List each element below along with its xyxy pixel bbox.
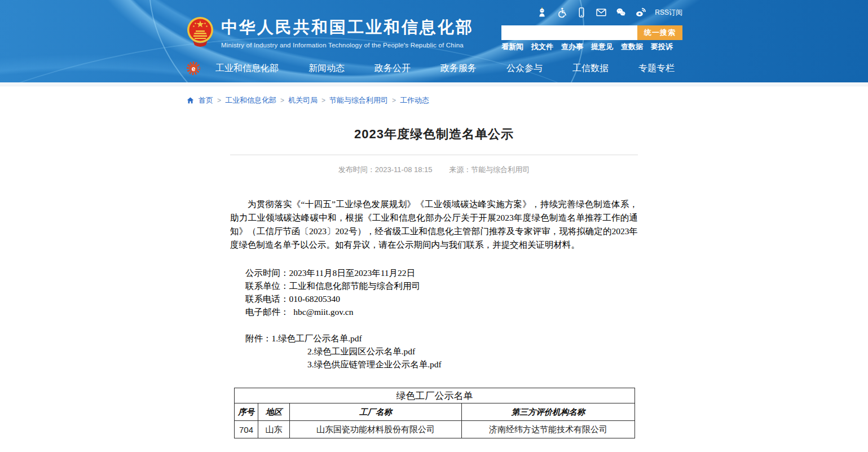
- breadcrumb-energy-conservation-dept[interactable]: 节能与综合利用司: [329, 95, 388, 106]
- title-divider: [230, 155, 638, 155]
- breadcrumb-home[interactable]: 首页: [199, 95, 213, 106]
- breadcrumb-work-updates[interactable]: 工作动态: [400, 95, 429, 106]
- breadcrumb-separator: >: [280, 96, 284, 104]
- svg-text:e: e: [192, 65, 196, 73]
- contact-info-block: 公示时间：2023年11月8日至2023年11月22日 联系单位：工业和信息化部…: [230, 266, 638, 318]
- article-body: 为贯彻落实《“十四五”工业绿色发展规划》《工业领域碳达峰实施方案》，持续完善绿色…: [230, 198, 638, 438]
- attachment-link-green-factory[interactable]: 1.绿色工厂公示名单.pdf: [272, 333, 362, 343]
- nav-item-special-topics[interactable]: 专题专栏: [638, 63, 675, 74]
- wechat-icon[interactable]: [615, 7, 627, 18]
- col-header-index: 序号: [235, 403, 258, 421]
- col-header-region: 地区: [258, 403, 290, 421]
- topbar: RSS订阅: [536, 7, 682, 18]
- article-meta: 发布时间：2023-11-08 18:15 来源：节能与综合利用司: [230, 165, 638, 175]
- header-divider: [0, 82, 868, 86]
- nav-item-news[interactable]: 新闻动态: [309, 63, 345, 74]
- cell-factory-name: 山东国瓷功能材料股份有限公司: [290, 421, 462, 438]
- miit-e-gear-icon: e: [186, 61, 201, 76]
- quick-link-feedback[interactable]: 提意见: [591, 42, 613, 52]
- table-title: 绿色工厂公示名单: [235, 388, 635, 403]
- search-bar: 统一搜索: [501, 25, 682, 40]
- site-title: 中华人民共和国工业和信息化部: [221, 16, 474, 39]
- article-title: 2023年度绿色制造名单公示: [230, 126, 638, 143]
- contact-unit-line: 联系单位：工业和信息化部节能与综合利用司: [245, 279, 638, 292]
- attachments-block: 附件：1.绿色工厂公示名单.pdf 2.绿色工业园区公示名单.pdf 3.绿色供…: [230, 332, 638, 371]
- weibo-icon[interactable]: [635, 7, 646, 18]
- cell-index: 704: [235, 421, 258, 438]
- nav-item-industry-data[interactable]: 工信数据: [572, 63, 609, 74]
- article-paragraph: 为贯彻落实《“十四五”工业绿色发展规划》《工业领域碳达峰实施方案》，持续完善绿色…: [230, 198, 638, 252]
- quick-link-documents[interactable]: 找文件: [531, 42, 553, 52]
- breadcrumb-separator: >: [217, 96, 221, 104]
- site-logo[interactable]: 中华人民共和国工业和信息化部 Ministry of Industry and …: [186, 16, 474, 49]
- breadcrumb-separator: >: [321, 96, 325, 104]
- nav-item-miit[interactable]: 工业和信息化部: [215, 63, 279, 74]
- nav-item-public-participation[interactable]: 公众参与: [506, 63, 543, 74]
- rss-subscribe-link[interactable]: RSS订阅: [655, 8, 682, 17]
- quick-link-complaints[interactable]: 要投诉: [651, 42, 673, 52]
- attachments-label: 附件：: [245, 333, 272, 343]
- green-factory-table: 绿色工厂公示名单 序号 地区 工厂名称 第三方评价机构名称 704 山东 山东国…: [234, 388, 635, 438]
- mail-icon[interactable]: [596, 7, 607, 18]
- nav-item-gov-services[interactable]: 政务服务: [440, 63, 477, 74]
- mobile-icon[interactable]: [576, 7, 587, 18]
- accessibility-icon[interactable]: [556, 7, 567, 18]
- national-emblem-icon: [186, 16, 214, 49]
- quick-link-services[interactable]: 查办事: [561, 42, 583, 52]
- table-header-row: 序号 地区 工厂名称 第三方评价机构名称: [235, 403, 635, 421]
- article-source: 来源：节能与综合利用司: [449, 165, 530, 174]
- cell-third-party-agency: 济南经纬方达节能技术有限公司: [462, 421, 635, 438]
- quick-links: 看新闻 找文件 查办事 提意见 查数据 要投诉: [501, 42, 673, 52]
- breadcrumb-departments[interactable]: 机关司局: [288, 95, 318, 106]
- col-header-third-party-agency: 第三方评价机构名称: [462, 403, 635, 421]
- attachment-link-green-industrial-park[interactable]: 2.绿色工业园区公示名单.pdf: [307, 346, 415, 356]
- col-header-factory-name: 工厂名称: [290, 403, 462, 421]
- search-input[interactable]: [501, 25, 637, 40]
- contact-phone-line: 联系电话：010-68205340: [245, 292, 638, 305]
- site-header: RSS订阅 中华人民共和国工业和信息化部 Ministry of Industr…: [0, 0, 868, 82]
- quick-link-news[interactable]: 看新闻: [501, 42, 523, 52]
- search-button[interactable]: 统一搜索: [637, 25, 682, 40]
- nav-items: 工业和信息化部 新闻动态 政务公开 政务服务 公众参与 工信数据 专题专栏: [215, 63, 675, 74]
- quick-link-data[interactable]: 查数据: [621, 42, 643, 52]
- main-nav: e 工业和信息化部 新闻动态 政务公开 政务服务 公众参与 工信数据 专题专栏: [186, 59, 682, 78]
- publicity-period-line: 公示时间：2023年11月8日至2023年11月22日: [245, 266, 638, 279]
- nav-item-gov-info[interactable]: 政务公开: [374, 63, 411, 74]
- breadcrumb-separator: >: [392, 96, 396, 104]
- cell-region: 山东: [258, 421, 290, 438]
- table-row: 704 山东 山东国瓷功能材料股份有限公司 济南经纬方达节能技术有限公司: [235, 421, 635, 438]
- publish-time: 发布时间：2023-11-08 18:15: [338, 165, 433, 174]
- contact-email-line: 电子邮件： hbc@miit.gov.cn: [245, 305, 638, 318]
- article: 2023年度绿色制造名单公示 发布时间：2023-11-08 18:15 来源：…: [230, 126, 638, 438]
- attachment-link-green-supply-chain[interactable]: 3.绿色供应链管理企业公示名单.pdf: [307, 359, 442, 369]
- site-subtitle: Ministry of Industry and Information Tec…: [221, 42, 474, 49]
- mascot-icon[interactable]: [536, 7, 548, 18]
- home-icon[interactable]: [186, 96, 195, 104]
- breadcrumb-miit[interactable]: 工业和信息化部: [225, 95, 276, 106]
- breadcrumb: 首页 > 工业和信息化部 > 机关司局 > 节能与综合利用司 > 工作动态: [186, 95, 868, 106]
